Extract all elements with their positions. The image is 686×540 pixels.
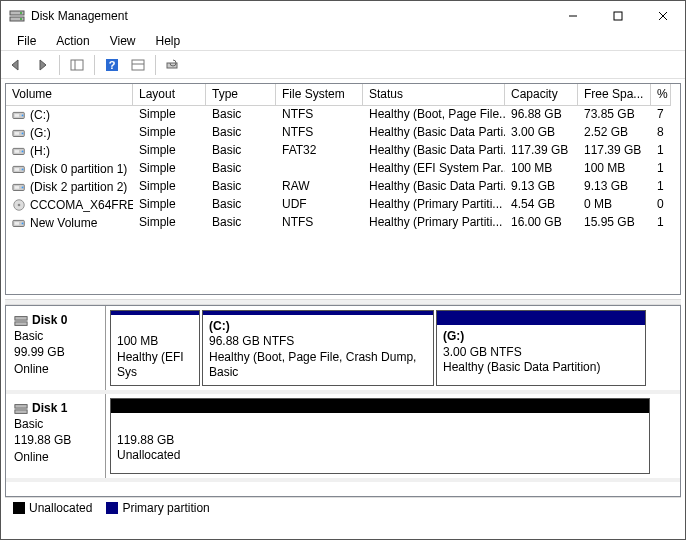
menu-view[interactable]: View bbox=[100, 32, 146, 50]
svg-rect-33 bbox=[15, 222, 19, 225]
partition-label: (G:) bbox=[443, 329, 464, 343]
disk-size: 99.99 GB bbox=[14, 345, 65, 359]
cell-layout: Simple bbox=[133, 142, 206, 160]
col-percent[interactable]: % bbox=[651, 84, 671, 106]
cell-fs: NTFS bbox=[276, 106, 363, 124]
close-button[interactable] bbox=[640, 1, 685, 31]
disk-type: Basic bbox=[14, 329, 43, 343]
disk-graphical-view[interactable]: Disk 0Basic99.99 GBOnline100 MBHealthy (… bbox=[5, 305, 681, 497]
svg-rect-28 bbox=[15, 186, 19, 189]
drive-icon bbox=[12, 216, 26, 230]
toolbar-separator bbox=[59, 55, 60, 75]
svg-rect-36 bbox=[15, 322, 27, 326]
minimize-button[interactable] bbox=[550, 1, 595, 31]
col-volume[interactable]: Volume bbox=[6, 84, 133, 106]
svg-rect-12 bbox=[132, 60, 144, 70]
back-button[interactable] bbox=[5, 54, 27, 76]
cell-capacity: 3.00 GB bbox=[505, 124, 578, 142]
cell-volume: New Volume bbox=[6, 214, 133, 232]
svg-rect-25 bbox=[15, 168, 19, 171]
svg-point-26 bbox=[22, 169, 24, 171]
svg-point-3 bbox=[20, 18, 22, 20]
cell-capacity: 4.54 GB bbox=[505, 196, 578, 214]
refresh-button[interactable] bbox=[162, 54, 184, 76]
cell-layout: Simple bbox=[133, 106, 206, 124]
svg-rect-8 bbox=[71, 60, 83, 70]
volume-list-header[interactable]: Volume Layout Type File System Status Ca… bbox=[6, 84, 680, 106]
partition-info: Healthy (EFI Sys bbox=[117, 350, 184, 380]
col-type[interactable]: Type bbox=[206, 84, 276, 106]
svg-point-29 bbox=[22, 187, 24, 189]
partition-label: (C:) bbox=[209, 319, 230, 333]
settings-button[interactable] bbox=[127, 54, 149, 76]
col-filesystem[interactable]: File System bbox=[276, 84, 363, 106]
menu-file[interactable]: File bbox=[7, 32, 46, 50]
cell-status: Healthy (Basic Data Parti... bbox=[363, 142, 505, 160]
col-layout[interactable]: Layout bbox=[133, 84, 206, 106]
cell-type: Basic bbox=[206, 178, 276, 196]
svg-rect-5 bbox=[614, 12, 622, 20]
toolbar-separator bbox=[155, 55, 156, 75]
title-bar: Disk Management bbox=[1, 1, 685, 31]
svg-point-17 bbox=[22, 115, 24, 117]
disk-header[interactable]: Disk 1Basic119.88 GBOnline bbox=[6, 394, 106, 478]
volume-list[interactable]: Volume Layout Type File System Status Ca… bbox=[5, 83, 681, 295]
partition-info: Healthy (Basic Data Partition) bbox=[443, 360, 600, 374]
partition[interactable]: (C:)96.88 GB NTFSHealthy (Boot, Page Fil… bbox=[202, 310, 434, 386]
cell-volume: (Disk 2 partition 2) bbox=[6, 178, 133, 196]
volume-row[interactable]: (H:)SimpleBasicFAT32Healthy (Basic Data … bbox=[6, 142, 680, 160]
col-capacity[interactable]: Capacity bbox=[505, 84, 578, 106]
cell-capacity: 100 MB bbox=[505, 160, 578, 178]
cell-fs bbox=[276, 160, 363, 178]
cell-type: Basic bbox=[206, 214, 276, 232]
cell-pct: 1 bbox=[651, 160, 671, 178]
volume-row[interactable]: CCCOMA_X64FRE...SimpleBasicUDFHealthy (P… bbox=[6, 196, 680, 214]
partition-size: 96.88 GB NTFS bbox=[209, 334, 294, 348]
disk-type: Basic bbox=[14, 417, 43, 431]
forward-button[interactable] bbox=[31, 54, 53, 76]
disk-row[interactable]: Disk 1Basic119.88 GBOnline119.88 GBUnall… bbox=[6, 394, 680, 482]
col-freespace[interactable]: Free Spa... bbox=[578, 84, 651, 106]
cell-type: Basic bbox=[206, 124, 276, 142]
cell-free: 15.95 GB bbox=[578, 214, 651, 232]
cell-free: 9.13 GB bbox=[578, 178, 651, 196]
volume-row[interactable]: (C:)SimpleBasicNTFSHealthy (Boot, Page F… bbox=[6, 106, 680, 124]
legend-primary: Primary partition bbox=[106, 501, 209, 515]
disc-icon bbox=[12, 198, 26, 212]
svg-point-20 bbox=[22, 133, 24, 135]
partition[interactable]: (G:)3.00 GB NTFSHealthy (Basic Data Part… bbox=[436, 310, 646, 386]
volume-row[interactable]: (Disk 0 partition 1)SimpleBasicHealthy (… bbox=[6, 160, 680, 178]
partition-body: (G:)3.00 GB NTFSHealthy (Basic Data Part… bbox=[437, 325, 645, 380]
show-hide-console-tree-button[interactable] bbox=[66, 54, 88, 76]
cell-free: 117.39 GB bbox=[578, 142, 651, 160]
disk-row[interactable]: Disk 0Basic99.99 GBOnline100 MBHealthy (… bbox=[6, 306, 680, 394]
cell-status: Healthy (EFI System Par... bbox=[363, 160, 505, 178]
volume-row[interactable]: (G:)SimpleBasicNTFSHealthy (Basic Data P… bbox=[6, 124, 680, 142]
cell-volume: (Disk 0 partition 1) bbox=[6, 160, 133, 178]
drive-icon bbox=[12, 180, 26, 194]
cell-free: 2.52 GB bbox=[578, 124, 651, 142]
disk-header[interactable]: Disk 0Basic99.99 GBOnline bbox=[6, 306, 106, 390]
maximize-button[interactable] bbox=[595, 1, 640, 31]
volume-list-body[interactable]: (C:)SimpleBasicNTFSHealthy (Boot, Page F… bbox=[6, 106, 680, 294]
partition[interactable]: 119.88 GBUnallocated bbox=[110, 398, 650, 474]
partition[interactable]: 100 MBHealthy (EFI Sys bbox=[110, 310, 200, 386]
menu-help[interactable]: Help bbox=[146, 32, 191, 50]
partition-info: Unallocated bbox=[117, 448, 180, 462]
cell-layout: Simple bbox=[133, 178, 206, 196]
cell-layout: Simple bbox=[133, 214, 206, 232]
volume-name: CCCOMA_X64FRE... bbox=[30, 198, 133, 212]
partition-area: 100 MBHealthy (EFI Sys(C:)96.88 GB NTFSH… bbox=[106, 306, 680, 390]
col-status[interactable]: Status bbox=[363, 84, 505, 106]
cell-status: Healthy (Basic Data Parti... bbox=[363, 178, 505, 196]
volume-row[interactable]: (Disk 2 partition 2)SimpleBasicRAWHealth… bbox=[6, 178, 680, 196]
cell-capacity: 117.39 GB bbox=[505, 142, 578, 160]
help-button[interactable]: ? bbox=[101, 54, 123, 76]
cell-capacity: 96.88 GB bbox=[505, 106, 578, 124]
svg-rect-16 bbox=[15, 114, 19, 117]
cell-volume: (C:) bbox=[6, 106, 133, 124]
menu-action[interactable]: Action bbox=[46, 32, 99, 50]
toolbar: ? bbox=[1, 51, 685, 79]
cell-type: Basic bbox=[206, 142, 276, 160]
volume-row[interactable]: New VolumeSimpleBasicNTFSHealthy (Primar… bbox=[6, 214, 680, 232]
